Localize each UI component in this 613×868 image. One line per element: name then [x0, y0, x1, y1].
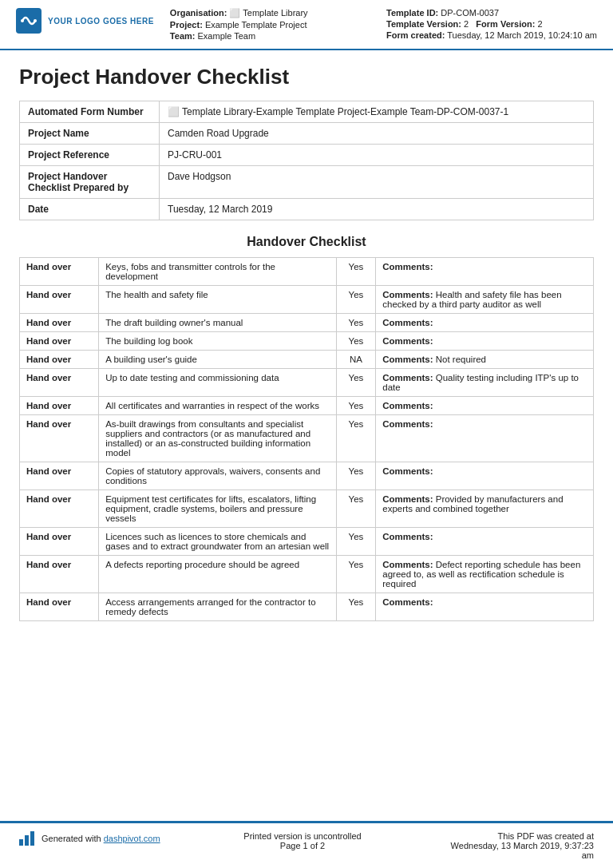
logo-icon: [16, 8, 42, 34]
checklist-label: Hand over: [20, 351, 99, 369]
checklist-comments: Comments:: [376, 415, 594, 462]
info-label: Project Reference: [20, 145, 160, 166]
form-created-label: Form created:: [386, 30, 445, 40]
svg-point-1: [21, 19, 24, 22]
page-title: Project Handover Checklist: [19, 65, 594, 89]
svg-rect-5: [30, 831, 34, 846]
project-value: Example Template Project: [205, 20, 307, 30]
comment-label: Comments:: [382, 336, 433, 346]
team-label: Team:: [170, 31, 196, 41]
header-form-created-row: Form created: Tuesday, 12 March 2019, 10…: [386, 30, 597, 40]
team-value: Example Team: [198, 31, 256, 41]
checklist-value: Yes: [336, 286, 376, 314]
footer-right-line3: am: [442, 850, 594, 860]
comment-label: Comments:: [382, 373, 433, 382]
checklist-comments: Comments:: [376, 462, 594, 490]
checklist-row: Hand over Up to date testing and commiss…: [20, 369, 594, 397]
checklist-description: All certificates and warranties in respe…: [99, 397, 337, 415]
info-value: Dave Hodgson: [160, 166, 594, 199]
footer-right-line2: Wednesday, 13 March 2019, 9:37:23: [442, 841, 594, 850]
template-id-value: DP-COM-0037: [441, 8, 499, 18]
checklist-value: Yes: [336, 314, 376, 332]
checklist-description: The building log book: [99, 332, 337, 351]
footer-right: This PDF was created at Wednesday, 13 Ma…: [442, 831, 594, 860]
info-value: Tuesday, 12 March 2019: [160, 199, 594, 220]
checklist-comments: Comments:: [376, 593, 594, 621]
page: YOUR LOGO GOES HERE Organisation: ⬜ Temp…: [0, 0, 613, 868]
checklist-comments: Comments: Provided by manufacturers and …: [376, 490, 594, 528]
checklist-comments: Comments:: [376, 528, 594, 556]
header-version-row: Template Version: 2 Form Version: 2: [386, 19, 597, 29]
checklist-comments: Comments: Quality testing including ITP'…: [376, 369, 594, 397]
checklist-description: The draft building owner's manual: [99, 314, 337, 332]
checklist-description: As-built drawings from consultants and s…: [99, 415, 337, 462]
checklist-value: Yes: [336, 490, 376, 528]
checklist-label: Hand over: [20, 462, 99, 490]
project-label: Project:: [170, 20, 203, 30]
checklist-label: Hand over: [20, 314, 99, 332]
info-label: Project Name: [20, 123, 160, 145]
svg-point-2: [34, 19, 37, 22]
checklist-description: The health and safety file: [99, 286, 337, 314]
checklist-label: Hand over: [20, 369, 99, 397]
organisation-label: Organisation:: [170, 8, 227, 18]
checklist-row: Hand over As-built drawings from consult…: [20, 415, 594, 462]
checklist-row: Hand over All certificates and warrantie…: [20, 397, 594, 415]
checklist-row: Hand over Access arrangements arranged f…: [20, 593, 594, 621]
comment-label: Comments:: [382, 560, 433, 569]
checklist-row: Hand over Equipment test certificates fo…: [20, 490, 594, 528]
checklist-value: NA: [336, 351, 376, 369]
header-meta: Organisation: ⬜ Template Library Project…: [170, 8, 386, 42]
checklist-value: Yes: [336, 332, 376, 351]
checklist-value: Yes: [336, 415, 376, 462]
comment-label: Comments:: [382, 401, 433, 410]
form-version-value: 2: [537, 19, 542, 29]
checklist-comments: Comments:: [376, 314, 594, 332]
form-version-label: Form Version:: [476, 19, 535, 29]
info-row: Project Handover Checklist Prepared by D…: [20, 166, 594, 199]
checklist-value: Yes: [336, 397, 376, 415]
comment-label: Comments:: [382, 318, 433, 327]
checklist-row: Hand over Copies of statutory approvals,…: [20, 462, 594, 490]
checklist-comments: Comments:: [376, 258, 594, 286]
info-value: ⬜ Template Library-Example Template Proj…: [160, 101, 594, 123]
header-project-row: Project: Example Template Project: [170, 20, 386, 30]
info-label: Project Handover Checklist Prepared by: [20, 166, 160, 199]
dashpivot-link[interactable]: dashpivot.com: [104, 834, 160, 843]
comment-label: Comments:: [382, 494, 433, 504]
header-right: Template ID: DP-COM-0037 Template Versio…: [386, 8, 597, 42]
checklist-label: Hand over: [20, 397, 99, 415]
template-version-label: Template Version:: [386, 19, 461, 29]
checklist-description: A building user's guide: [99, 351, 337, 369]
comment-label: Comments:: [382, 262, 433, 271]
template-version-value: 2: [464, 19, 469, 29]
info-row: Project Name Camden Road Upgrade: [20, 123, 594, 145]
checklist-row: Hand over Licences such as licences to s…: [20, 528, 594, 556]
checklist-row: Hand over The draft building owner's man…: [20, 314, 594, 332]
checklist-description: Keys, fobs and transmitter controls for …: [99, 258, 337, 286]
organisation-value: ⬜ Template Library: [229, 8, 307, 18]
checklist-description: Equipment test certificates for lifts, e…: [99, 490, 337, 528]
logo-text: YOUR LOGO GOES HERE: [48, 17, 154, 26]
header-template-id-row: Template ID: DP-COM-0037: [386, 8, 597, 18]
checklist-label: Hand over: [20, 258, 99, 286]
info-label: Automated Form Number: [20, 101, 160, 123]
checklist-description: Up to date testing and commissioning dat…: [99, 369, 337, 397]
checklist-comments: Comments: Health and safety file has bee…: [376, 286, 594, 314]
comment-label: Comments:: [382, 290, 433, 299]
checklist-label: Hand over: [20, 490, 99, 528]
footer: Generated with dashpivot.com Printed ver…: [0, 821, 613, 868]
svg-rect-4: [25, 835, 29, 846]
footer-right-line1: This PDF was created at: [442, 831, 594, 841]
checklist-value: Yes: [336, 593, 376, 621]
template-id-label: Template ID:: [386, 8, 438, 18]
footer-center: Printed version is uncontrolled Page 1 o…: [243, 831, 361, 850]
checklist-table: Hand over Keys, fobs and transmitter con…: [19, 257, 594, 621]
svg-rect-3: [19, 839, 23, 846]
header: YOUR LOGO GOES HERE Organisation: ⬜ Temp…: [0, 0, 613, 50]
comment-label: Comments:: [382, 532, 433, 541]
checklist-comments: Comments:: [376, 332, 594, 351]
logo-area: YOUR LOGO GOES HERE: [16, 8, 154, 34]
checklist-label: Hand over: [20, 556, 99, 593]
checklist-label: Hand over: [20, 286, 99, 314]
